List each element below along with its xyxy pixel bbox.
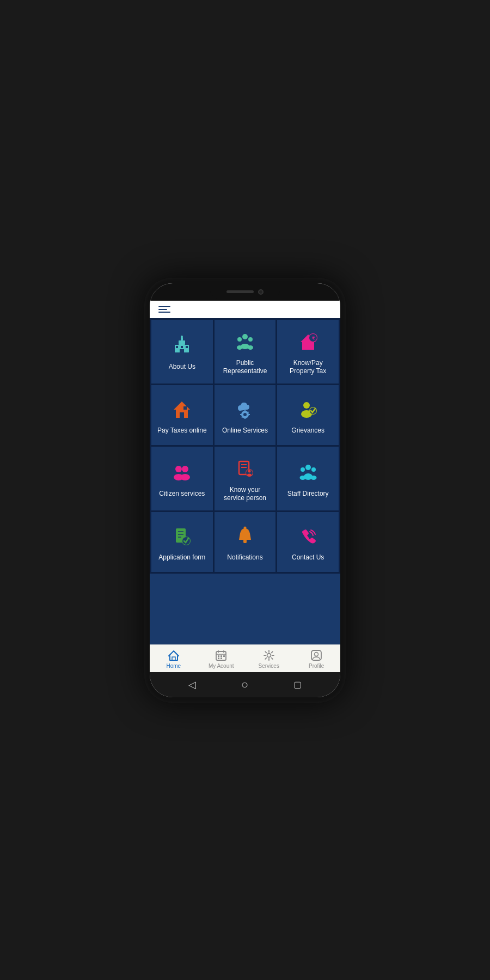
phone-signal-icon [296, 524, 320, 548]
home-button[interactable]: ○ [241, 678, 248, 692]
person-check-icon [296, 397, 320, 421]
bell-icon [233, 524, 257, 548]
pay-taxes-label: Pay Taxes online [157, 427, 207, 435]
home-icon [170, 397, 194, 421]
svg-point-72 [315, 652, 318, 656]
svg-rect-67 [223, 655, 225, 657]
back-button[interactable]: ◁ [188, 679, 196, 691]
app-header [150, 301, 340, 318]
grid-item-service-person[interactable]: Know your service person [215, 447, 276, 510]
svg-rect-19 [180, 412, 184, 418]
grid-item-grievances[interactable]: Grievances [277, 385, 339, 445]
grid-item-pay-taxes[interactable]: Pay Taxes online [151, 385, 213, 445]
svg-rect-26 [240, 414, 242, 415]
about-us-label: About Us [169, 363, 195, 372]
grid-item-public-rep[interactable]: Public Representative [215, 320, 276, 384]
menu-button[interactable] [158, 306, 170, 313]
nav-home-label: Home [166, 663, 181, 669]
group-icon [233, 330, 257, 354]
notifications-label: Notifications [227, 553, 262, 562]
svg-rect-20 [183, 406, 187, 410]
doc-check-icon [170, 524, 194, 548]
grid-item-about-us[interactable]: About Us [151, 320, 213, 384]
svg-point-49 [310, 476, 316, 480]
svg-marker-59 [169, 651, 179, 660]
svg-rect-68 [218, 658, 219, 659]
svg-rect-6 [180, 349, 184, 352]
svg-point-46 [311, 467, 316, 472]
svg-point-12 [237, 345, 242, 350]
svg-rect-25 [248, 414, 250, 415]
nav-profile[interactable]: Profile [293, 645, 341, 672]
svg-point-10 [248, 337, 253, 342]
svg-point-34 [182, 466, 188, 472]
building-icon [170, 333, 194, 357]
svg-rect-69 [220, 658, 222, 659]
grid-item-citizen-services[interactable]: Citizen services [151, 447, 213, 510]
svg-point-42 [248, 470, 250, 472]
online-services-label: Online Services [222, 427, 268, 435]
home-rupee-icon: ₹ [296, 330, 320, 354]
contact-us-label: Contact Us [292, 553, 324, 562]
svg-point-48 [299, 476, 305, 480]
gear-nav-icon [263, 649, 275, 661]
svg-point-9 [237, 337, 242, 342]
svg-rect-3 [176, 346, 178, 348]
grievances-label: Grievances [291, 427, 324, 435]
property-tax-label: Know/Pay Property Tax [281, 359, 334, 376]
svg-rect-1 [179, 340, 185, 345]
cloud-gear-icon [233, 397, 257, 421]
svg-rect-24 [244, 417, 246, 419]
android-nav-bar: ◁ ○ ▢ [150, 672, 340, 697]
nav-home[interactable]: Home [150, 645, 198, 672]
svg-point-13 [248, 345, 253, 350]
calendar-nav-icon [215, 649, 227, 661]
svg-point-22 [243, 413, 247, 416]
citizens-icon [170, 460, 194, 484]
home-nav-icon [168, 649, 180, 661]
service-person-label: Know your service person [219, 486, 272, 503]
grid-item-staff-directory[interactable]: Staff Directory [277, 447, 339, 510]
nav-profile-label: Profile [309, 663, 324, 669]
svg-point-33 [175, 466, 182, 472]
grid-item-contact-us[interactable]: Contact Us [277, 512, 339, 572]
grid-item-application-form[interactable]: Application form [151, 512, 213, 572]
doc-person-icon [233, 456, 257, 480]
svg-rect-23 [244, 410, 246, 412]
nav-my-account[interactable]: My Acount [198, 645, 246, 672]
svg-point-8 [242, 334, 248, 339]
profile-nav-icon [310, 649, 322, 661]
svg-point-58 [243, 527, 246, 529]
recents-button[interactable]: ▢ [293, 679, 302, 690]
nav-services[interactable]: Services [245, 645, 293, 672]
svg-point-44 [305, 465, 311, 470]
public-rep-label: Public Representative [219, 359, 272, 376]
grid-item-online-services[interactable]: Online Services [215, 385, 276, 445]
svg-point-29 [303, 402, 310, 409]
main-grid-scroll: About Us [150, 318, 340, 644]
application-form-label: Application form [158, 553, 205, 562]
svg-rect-65 [218, 655, 219, 657]
svg-rect-5 [186, 346, 188, 348]
svg-point-43 [247, 473, 252, 476]
svg-rect-4 [181, 346, 183, 348]
svg-point-7 [181, 336, 183, 338]
svg-rect-66 [220, 655, 222, 657]
staff-directory-label: Staff Directory [287, 490, 329, 498]
staff-icon [296, 460, 320, 484]
nav-account-label: My Acount [209, 663, 234, 669]
grid-item-notifications[interactable]: Notifications [215, 512, 276, 572]
svg-point-45 [301, 467, 305, 472]
svg-point-70 [267, 653, 271, 657]
menu-grid: About Us [150, 318, 340, 574]
citizen-services-label: Citizen services [159, 490, 205, 498]
bottom-navigation: Home My Acount [150, 644, 340, 672]
svg-point-36 [180, 474, 190, 480]
nav-services-label: Services [259, 663, 279, 669]
grid-item-property-tax[interactable]: ₹ Know/Pay Property Tax [277, 320, 339, 384]
svg-point-57 [243, 541, 247, 543]
